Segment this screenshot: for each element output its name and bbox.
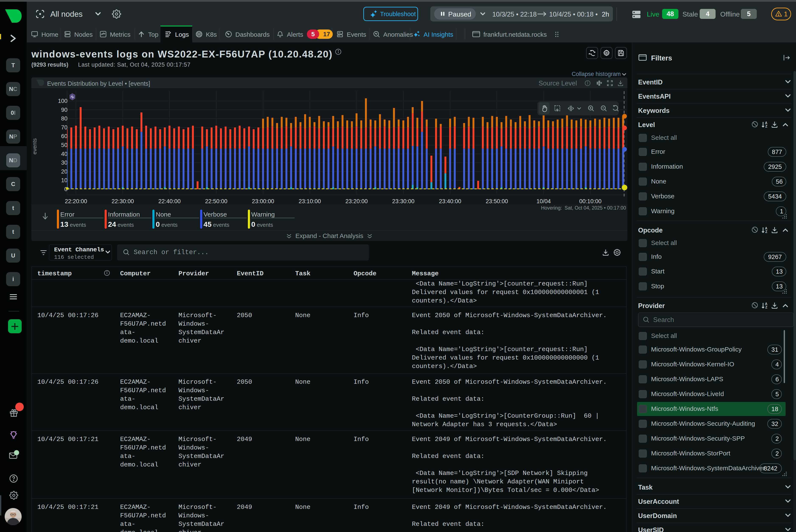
svg-text:Z: Z — [765, 230, 767, 233]
svg-text:23:00:00: 23:00:00 — [252, 198, 274, 205]
svg-text:10: 10 — [61, 177, 68, 184]
svg-text:Z: Z — [765, 305, 767, 309]
svg-text:100: 100 — [58, 98, 68, 104]
svg-text:90: 90 — [61, 107, 68, 113]
svg-text:00:10:00: 00:10:00 — [579, 198, 601, 205]
svg-text:22:20:00: 22:20:00 — [65, 198, 87, 205]
svg-text:events: events — [32, 138, 38, 155]
svg-text:30: 30 — [61, 159, 68, 166]
svg-text:23:10:00: 23:10:00 — [299, 198, 321, 205]
svg-text:23:40:00: 23:40:00 — [439, 198, 461, 205]
svg-text:23:30:00: 23:30:00 — [392, 198, 414, 205]
svg-text:A: A — [765, 302, 767, 306]
svg-text:70: 70 — [61, 124, 68, 131]
svg-text:23:50:00: 23:50:00 — [486, 198, 508, 205]
svg-text:22:50:00: 22:50:00 — [205, 198, 227, 205]
svg-text:Z: Z — [765, 125, 767, 128]
svg-text:22:30:00: 22:30:00 — [112, 198, 134, 205]
svg-text:A: A — [765, 227, 767, 230]
svg-text:10/04: 10/04 — [536, 198, 551, 205]
svg-text:60: 60 — [61, 133, 68, 139]
svg-text:20: 20 — [61, 168, 68, 175]
svg-text:A: A — [765, 121, 767, 125]
svg-text:40: 40 — [61, 151, 68, 157]
svg-text:22:40:00: 22:40:00 — [158, 198, 181, 205]
svg-text:80: 80 — [61, 115, 68, 122]
svg-text:50: 50 — [61, 142, 68, 148]
svg-text:23:20:00: 23:20:00 — [346, 198, 368, 205]
